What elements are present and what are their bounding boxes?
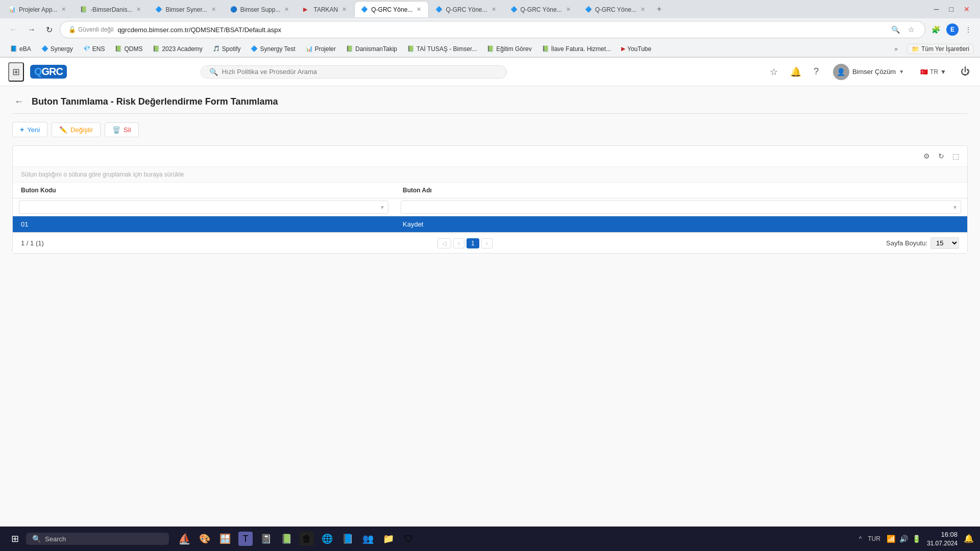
address-input[interactable] [117,26,885,34]
filter-buton-adi-wrapper[interactable]: ▼ [401,201,961,214]
header-search-bar[interactable]: 🔍 [201,65,507,79]
start-button[interactable]: ⊞ [6,530,24,547]
security-badge[interactable]: 🔓 Güvenli değil [68,26,113,33]
bookmark-spotify[interactable]: 🎵 Spotify [209,44,245,54]
battery-icon[interactable]: 🔋 [912,535,921,543]
filter-buton-kodu-input[interactable] [22,202,378,212]
filter-adi-funnel-icon[interactable]: ▼ [952,205,958,210]
taskbar-search[interactable]: 🔍 Search [26,533,169,545]
header-search-input[interactable] [222,68,498,76]
reload-button[interactable]: ↻ [43,22,56,38]
tab-close-2[interactable]: ✕ [135,5,142,14]
taskbar-app-word[interactable]: 📘 [338,530,357,548]
refresh-button[interactable]: ↻ [936,150,946,162]
maximize-button[interactable]: □ [945,3,958,15]
taskbar-clock[interactable]: 16:08 31.07.2024 [927,530,958,548]
all-bookmarks-button[interactable]: 📁 Tüm Yer İşaretleri [907,44,974,54]
language-selector[interactable]: 🇹🇷 TR ▼ [916,66,950,78]
export-button[interactable]: ⬚ [950,150,961,162]
bookmark-synergy[interactable]: 🔷 Synergy [37,44,77,54]
pagination-next-button[interactable]: › [481,238,493,248]
filter-buton-adi-input[interactable] [404,202,950,212]
network-icon[interactable]: 📶 [887,535,895,543]
back-button[interactable]: ← [6,22,20,37]
taskbar-right: ^ TUR 📶 🔊 🔋 16:08 31.07.2024 🔔 [859,530,974,548]
tab-close-9[interactable]: ✕ [640,5,646,14]
tab-projeler[interactable]: 📊 Projeler App... ✕ [2,1,74,17]
pagination-prev-prev-button[interactable]: ◁ [437,238,451,248]
power-button[interactable]: ⏻ [959,64,972,79]
page-size-select[interactable]: 15 25 50 100 [930,237,959,249]
taskbar-app-onenote[interactable]: 📓 [257,530,275,548]
pagination-prev-button[interactable]: ‹ [453,238,464,248]
favorites-button[interactable]: ☆ [768,64,780,80]
forward-button[interactable]: → [24,22,39,37]
taskbar-app-wastebasket[interactable]: 🗑 [298,530,316,548]
bookmark-youtube[interactable]: ▶ YouTube [617,44,655,54]
bookmark-star-button[interactable]: ☆ [906,24,917,35]
bookmark-ilave[interactable]: 📗 İlave Fatura. Hizmet... [538,44,615,54]
synergy-test-favicon: 🔷 [251,45,258,52]
tab-close-6[interactable]: ✕ [415,5,422,14]
user-menu[interactable]: 👤 Bimser Çözüm ▼ [829,62,908,82]
filter-buton-kodu-wrapper[interactable]: ▼ [19,201,388,214]
taskbar-app-excel[interactable]: 📗 [277,530,296,548]
bookmark-tai[interactable]: 📗 TAİ TUSAŞ - Bimser... [403,44,481,54]
tab-close-5[interactable]: ✕ [341,5,348,14]
tab-close-3[interactable]: ✕ [210,5,217,14]
pagination-page-1[interactable]: 1 [467,238,479,248]
new-button[interactable]: + Yeni [12,122,47,137]
grid-menu-button[interactable]: ⊞ [8,62,24,82]
filter-settings-button[interactable]: ⚙ [921,150,932,162]
taskbar-app-windows[interactable]: 🪟 [216,530,234,548]
bookmark-synergy-test[interactable]: 🔷 Synergy Test [247,44,299,54]
bookmark-2023academy[interactable]: 📗 2023 Academy [149,44,206,54]
tab-qgrc-8[interactable]: 🔷 Q-GRC Yöne... ✕ [504,1,578,17]
bookmark-qdms[interactable]: 📗 QDMS [111,44,146,54]
tab-close-7[interactable]: ✕ [491,5,497,14]
tab-bimser-synergy[interactable]: 🔷 Bimser Syner... ✕ [149,1,223,17]
lock-icon: 🔓 [68,26,76,33]
minimize-button[interactable]: ─ [930,3,943,15]
tab-close-1[interactable]: ✕ [60,5,67,14]
tab-bimser-danis[interactable]: 📗 -BimserDanis... ✕ [74,1,149,17]
help-button[interactable]: ? [812,64,821,79]
taskbar-app-teams[interactable]: T [236,530,255,548]
browser-menu-button[interactable]: ⋮ [963,24,974,35]
taskbar-app-teams2[interactable]: 👥 [359,530,377,548]
tab-tarkan[interactable]: ▶ TARKAN ✕ [297,1,354,17]
taskbar-app-files[interactable]: 📁 [379,530,398,548]
tab-close-8[interactable]: ✕ [565,5,572,14]
extensions-button[interactable]: 🧩 [929,24,942,35]
taskbar-app-ship[interactable]: ⛵ [175,530,193,548]
bookmark-ens[interactable]: 💎 ENS [79,44,109,54]
app-logo[interactable]: QGRC [30,65,67,79]
bookmark-eba[interactable]: 📘 eBA [6,44,35,54]
delete-button[interactable]: 🗑️ Sil [105,122,138,137]
taskbar-app-shield[interactable]: 🛡 [400,530,418,548]
tab-qgrc-7[interactable]: 🔷 Q-GRC Yöne... ✕ [429,1,503,17]
bookmark-egitim[interactable]: 📗 Eğitim Görev [483,44,535,54]
tab-qgrc-9[interactable]: 🔷 Q-GRC Yöne... ✕ [578,1,653,17]
user-profile-button[interactable]: E [944,22,961,37]
taskbar-expand-icon[interactable]: ^ [859,535,862,542]
close-window-button[interactable]: ✕ [960,3,974,15]
bookmarks-more-button[interactable]: » [891,44,901,54]
bookmark-danisman[interactable]: 📗 DanismanTakip [342,44,401,54]
edit-button[interactable]: ✏️ Değiştir [52,122,101,137]
notifications-taskbar-icon[interactable]: 🔔 [964,534,974,543]
volume-icon[interactable]: 🔊 [899,535,908,543]
tab-close-4[interactable]: ✕ [283,5,290,14]
tab-bimser-supp[interactable]: 🔵 Bimser Supp... ✕ [224,1,297,17]
search-address-button[interactable]: 🔍 [889,24,902,35]
taskbar-app-chrome[interactable]: 🌐 [318,530,336,548]
filter-kodu-funnel-icon[interactable]: ▼ [380,205,385,210]
address-bar[interactable]: 🔓 Güvenli değil 🔍 ☆ [60,21,925,38]
notifications-button[interactable]: 🔔 [788,64,803,80]
back-navigation-button[interactable]: ← [12,94,26,109]
new-tab-button[interactable]: + [653,3,666,16]
taskbar-app-colorpicker[interactable]: 🎨 [195,530,214,548]
table-row[interactable]: 01 Kaydet [13,216,967,233]
tab-qgrc-active[interactable]: 🔷 Q-GRC Yöne... ✕ [354,1,429,17]
bookmark-projeler[interactable]: 📊 Projeler [302,44,340,54]
